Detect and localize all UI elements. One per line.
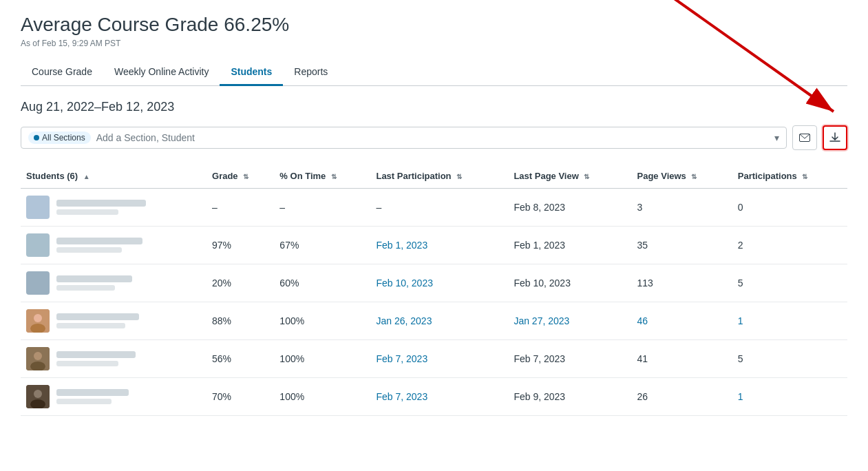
tab-navigation: Course Grade Weekly Online Activity Stud…	[21, 59, 847, 86]
date-range: Aug 21, 2022–Feb 12, 2023	[21, 100, 847, 114]
last-participation-cell[interactable]: Feb 7, 2023	[370, 378, 508, 416]
participations-cell[interactable]: 1	[732, 302, 847, 340]
page-title: Average Course Grade 66.25%	[21, 14, 847, 36]
svg-point-4	[34, 314, 42, 322]
col-participations: Participations ⇅	[732, 164, 847, 189]
student-sub-blur	[56, 285, 115, 291]
participations-cell[interactable]: 1	[732, 378, 847, 416]
tab-students[interactable]: Students	[220, 59, 283, 86]
student-name-blur	[56, 238, 142, 244]
grade-cell: –	[207, 189, 274, 227]
grade-cell: 56%	[207, 340, 274, 378]
col-page-views: Page Views ⇅	[632, 164, 732, 189]
last-page-view-cell: Feb 10, 2023	[508, 264, 631, 302]
filter-placeholder: Add a Section, Student	[96, 132, 195, 143]
student-cell	[21, 264, 207, 302]
avatar	[26, 196, 50, 219]
table-row: 20% 60% Feb 10, 2023 Feb 10, 2023 113 5	[21, 264, 847, 302]
download-icon	[829, 132, 840, 143]
sort-asc-icon[interactable]: ▲	[83, 173, 90, 180]
on-time-cell: 100%	[274, 340, 370, 378]
participations-cell: 5	[732, 264, 847, 302]
page-subtitle: As of Feb 15, 9:29 AM PST	[21, 39, 847, 48]
participations-cell: 2	[732, 227, 847, 264]
student-cell	[21, 189, 207, 227]
avatar	[26, 385, 50, 408]
avatar	[26, 309, 50, 333]
student-name-block	[56, 313, 139, 328]
tab-course-grade[interactable]: Course Grade	[21, 59, 103, 86]
last-participation-cell: –	[370, 189, 508, 227]
last-page-view-cell: Feb 8, 2023	[508, 189, 631, 227]
student-sub-blur	[56, 247, 122, 253]
page-views-cell: 35	[632, 227, 732, 264]
svg-point-7	[34, 352, 42, 360]
last-page-view-cell: Feb 9, 2023	[508, 378, 631, 416]
grade-cell: 70%	[207, 378, 274, 416]
student-name-block	[56, 389, 129, 404]
sort-icon[interactable]: ⇅	[243, 173, 248, 180]
student-name-blur	[56, 313, 139, 320]
section-badge-label: All Sections	[42, 133, 85, 143]
student-sub-blur	[56, 361, 118, 366]
col-last-participation: Last Participation ⇅	[370, 164, 508, 189]
grade-cell: 88%	[207, 302, 274, 340]
table-row: 88% 100% Jan 26, 2023 Jan 27, 2023 46 1	[21, 302, 847, 340]
table-row: 56% 100% Feb 7, 2023 Feb 7, 2023 41 5	[21, 340, 847, 378]
filter-input-container[interactable]: All Sections Add a Section, Student ▾	[21, 127, 787, 149]
email-icon	[799, 134, 810, 142]
table-row: 70% 100% Feb 7, 2023 Feb 9, 2023 26 1	[21, 378, 847, 416]
section-badge: All Sections	[28, 132, 91, 144]
table-row: 97% 67% Feb 1, 2023 Feb 1, 2023 35 2	[21, 227, 847, 264]
sort-icon[interactable]: ⇅	[331, 173, 337, 180]
col-students: Students (6) ▲	[21, 164, 207, 189]
page-views-cell: 41	[632, 340, 732, 378]
page-views-cell: 3	[632, 189, 732, 227]
student-name-blur	[56, 275, 132, 282]
table-header-row: Students (6) ▲ Grade ⇅ % On Time ⇅ Last …	[21, 164, 847, 189]
last-participation-cell[interactable]: Feb 7, 2023	[370, 340, 508, 378]
on-time-cell: 60%	[274, 264, 370, 302]
students-table: Students (6) ▲ Grade ⇅ % On Time ⇅ Last …	[21, 164, 847, 416]
student-sub-blur	[56, 323, 125, 328]
avatar	[26, 233, 50, 257]
on-time-cell: –	[274, 189, 370, 227]
tab-weekly-online-activity[interactable]: Weekly Online Activity	[103, 59, 220, 86]
page-views-cell: 26	[632, 378, 732, 416]
col-on-time: % On Time ⇅	[274, 164, 370, 189]
col-grade: Grade ⇅	[207, 164, 274, 189]
last-participation-cell[interactable]: Feb 1, 2023	[370, 227, 508, 264]
student-name-block	[56, 351, 136, 366]
student-name-block	[56, 275, 132, 291]
sort-icon[interactable]: ⇅	[456, 173, 462, 180]
on-time-cell: 100%	[274, 378, 370, 416]
sort-icon[interactable]: ⇅	[802, 173, 807, 180]
on-time-cell: 100%	[274, 302, 370, 340]
student-name-blur	[56, 389, 129, 396]
download-button[interactable]	[823, 125, 847, 150]
last-participation-cell[interactable]: Jan 26, 2023	[370, 302, 508, 340]
tab-reports[interactable]: Reports	[283, 59, 339, 86]
email-button[interactable]	[792, 125, 817, 150]
on-time-cell: 67%	[274, 227, 370, 264]
grade-cell: 97%	[207, 227, 274, 264]
last-page-view-cell: Feb 7, 2023	[508, 340, 631, 378]
student-cell	[21, 378, 207, 416]
student-cell	[21, 340, 207, 378]
svg-point-10	[34, 390, 42, 398]
student-name-blur	[56, 351, 136, 358]
participations-cell: 5	[732, 340, 847, 378]
chevron-down-icon: ▾	[774, 132, 779, 143]
last-participation-cell[interactable]: Feb 10, 2023	[370, 264, 508, 302]
participations-cell: 0	[732, 189, 847, 227]
last-page-view-cell[interactable]: Jan 27, 2023	[508, 302, 631, 340]
avatar	[26, 347, 50, 370]
avatar	[26, 271, 50, 295]
sort-icon[interactable]: ⇅	[691, 173, 697, 180]
page-views-cell[interactable]: 46	[632, 302, 732, 340]
filter-row: All Sections Add a Section, Student ▾	[21, 125, 847, 150]
student-name-block	[56, 238, 142, 253]
last-page-view-cell: Feb 1, 2023	[508, 227, 631, 264]
section-badge-dot	[34, 135, 39, 140]
sort-icon[interactable]: ⇅	[584, 173, 589, 180]
